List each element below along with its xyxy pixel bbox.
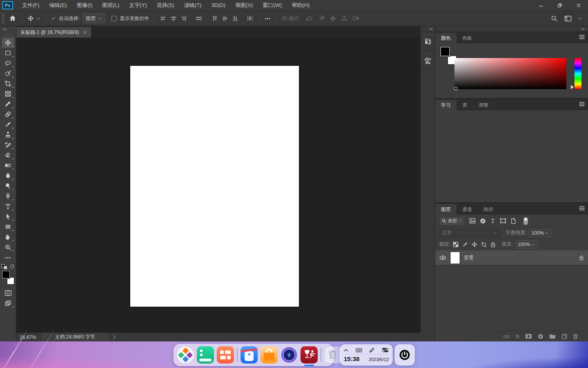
properties-panel-button[interactable] [421,51,435,70]
eyedropper-tool[interactable] [2,99,14,109]
rectangular-marquee-tool[interactable] [2,48,14,58]
gradient-tool[interactable] [2,160,14,171]
type-tool[interactable] [2,201,14,211]
dock-app-file-manager[interactable] [197,346,214,364]
swap-colors-icon[interactable] [9,264,15,269]
color-picker-marker[interactable] [454,87,458,90]
hue-slider-marker[interactable] [571,85,574,89]
layer-row-background[interactable]: 背景 [435,250,588,265]
more-options-button[interactable]: ••• [263,12,273,25]
menu-help[interactable]: 帮助(H) [287,0,314,11]
toolbar-grip[interactable] [3,34,13,36]
pen-tool[interactable] [2,191,14,201]
status-menu-chevron[interactable] [110,335,119,339]
home-button[interactable] [7,12,18,25]
filter-shape-layers-icon[interactable] [500,218,506,224]
distribute-spacing-icon[interactable] [247,15,253,22]
dock-app-security-center[interactable] [281,346,298,364]
status-zoom-level[interactable]: 16.67% [16,334,40,340]
new-layer-icon[interactable] [561,334,567,339]
rectangle-tool[interactable] [2,222,14,232]
menu-type[interactable]: 文字(Y) [124,0,151,11]
blend-mode-dropdown[interactable]: 正常 [439,229,500,237]
minimize-button[interactable] [532,0,550,11]
filter-pixel-layers-icon[interactable] [469,218,476,224]
clock-time[interactable]: 15:38 [344,355,359,362]
fill-field[interactable]: 100% [515,240,537,249]
filter-type-layers-icon[interactable] [490,218,496,224]
menu-file[interactable]: 文件(F) [17,0,45,11]
history-panel-button[interactable] [421,32,435,51]
tab-libraries[interactable]: 库 [457,100,473,110]
dock-app-grid[interactable] [217,346,234,364]
history-brush-tool[interactable] [2,140,14,150]
dock-app-launcher[interactable] [177,346,194,364]
layer-filter-type-dropdown[interactable]: 类型 [439,217,464,225]
align-center-horizontal-icon[interactable] [170,15,177,22]
zoom-tool[interactable] [2,242,14,252]
restore-button[interactable] [550,0,569,11]
align-right-icon[interactable] [180,15,187,22]
stylus-input-icon[interactable] [369,348,374,353]
eraser-tool[interactable] [2,150,14,160]
tab-learn[interactable]: 学习 [435,100,457,110]
show-transform-checkbox[interactable] [111,16,117,21]
move-tool[interactable] [2,38,14,48]
distribute-centers-icon[interactable] [195,15,203,22]
tool-preset-move[interactable] [25,12,42,25]
lasso-tool[interactable] [2,58,14,68]
foreground-color-swatch[interactable] [440,47,450,56]
tab-adjustments[interactable]: 调整 [473,100,494,110]
menu-edit[interactable]: 编辑(E) [45,0,72,11]
menu-3d[interactable]: 3D(D) [206,0,230,11]
tab-swatches[interactable]: 色板 [457,33,478,43]
search-icon[interactable] [551,15,558,22]
delete-layer-icon[interactable] [573,334,578,339]
collapse-dock-icon[interactable] [581,27,586,31]
auto-select-dropdown[interactable]: 图层 [83,13,105,23]
workspace-switcher-icon[interactable] [564,16,572,22]
menu-image[interactable]: 图像(I) [72,0,97,11]
align-middle-vertical-icon[interactable] [222,15,228,22]
lock-artboard-icon[interactable] [481,242,487,247]
tray-expand-chevron-icon[interactable] [344,349,348,352]
dock-app-package[interactable] [241,346,258,364]
link-layers-icon[interactable] [503,334,510,339]
3d-roll-icon[interactable] [318,15,325,22]
dock-trash[interactable] [324,346,341,364]
lock-image-icon[interactable] [462,242,468,247]
document-tab[interactable]: 未标题-1 @ 16.7%(RGB/8) [16,27,91,38]
quick-selection-tool[interactable] [2,68,14,79]
crop-tool[interactable] [2,79,14,89]
layer-filter-toggle[interactable] [523,217,528,225]
frame-tool[interactable] [2,89,14,99]
filter-adjustment-layers-icon[interactable] [480,218,486,224]
tab-color[interactable]: 颜色 [435,33,457,43]
hue-slider[interactable] [575,58,581,89]
align-bottom-icon[interactable] [232,15,238,22]
lock-transparency-icon[interactable] [453,242,459,247]
menu-window[interactable]: 窗口(W) [258,0,287,11]
default-colors-button[interactable] [1,264,7,269]
options-grip[interactable] [2,13,4,24]
menu-select[interactable]: 选择(S) [151,0,179,11]
lock-position-icon[interactable] [472,242,477,247]
dodge-tool[interactable] [2,181,14,191]
screen-mode-button[interactable] [2,298,14,308]
lock-all-icon[interactable] [490,242,496,247]
collapse-toolbar-icon[interactable] [2,28,7,31]
blur-tool[interactable] [2,171,14,181]
3d-camera-icon[interactable] [352,16,360,21]
color-panel-menu-button[interactable] [579,35,585,39]
keyboard-layout-icon[interactable] [356,348,362,352]
align-top-icon[interactable] [212,15,218,22]
canvas-area[interactable] [16,38,421,332]
foreground-color-swatch[interactable] [2,271,10,278]
3d-orbit-icon[interactable] [306,15,313,22]
3d-slide-icon[interactable] [341,15,347,22]
visibility-eye-icon[interactable] [439,255,446,260]
close-tab-icon[interactable] [83,31,87,34]
power-button[interactable] [394,344,415,366]
dock-app-store[interactable] [261,346,278,364]
align-left-icon[interactable] [160,15,167,22]
